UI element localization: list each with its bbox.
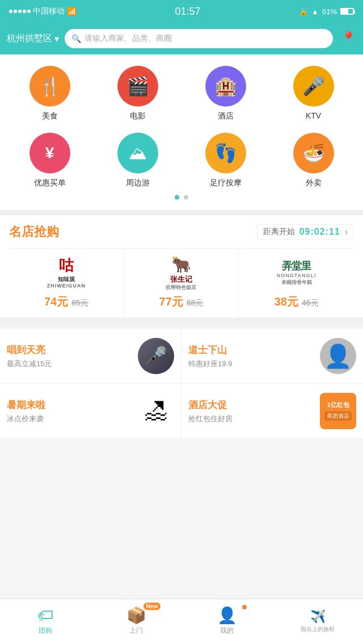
flash-chevron-icon: ›	[345, 227, 348, 237]
promo-title-1: 道士下山	[188, 344, 320, 357]
promo-subtitle-1: 特惠好座19.9	[188, 359, 320, 369]
flash-item-1[interactable]: 咕 知味观 ZHIWEIGUAN 74元 85元	[9, 249, 124, 317]
dot-2	[184, 195, 188, 200]
category-hotel[interactable]: 🏨 酒店	[182, 66, 269, 121]
category-food[interactable]: 🍴 美食	[6, 66, 94, 121]
status-carrier: 中国移动 📶	[9, 6, 77, 16]
flash-items: 咕 知味观 ZHIWEIGUAN 74元 85元 🐂 张生记 杭帮特色饭店	[9, 248, 354, 317]
map-icon: 📍	[341, 31, 356, 45]
flash-sale-title: 名店抢购	[9, 223, 59, 240]
promo-title-0: 唱到天亮	[7, 344, 138, 357]
status-right: 🔒 ▲ 61%	[299, 7, 354, 16]
search-box[interactable]: 🔍 请输入商家、品类、商圈	[65, 29, 333, 48]
shangmen-label: 上门	[129, 626, 143, 635]
promo-img-summer: 🏖	[138, 393, 174, 429]
divider-1	[0, 210, 363, 215]
shangmen-badge: New	[143, 603, 161, 610]
map-button[interactable]: 📍	[341, 31, 356, 46]
divider-2	[0, 317, 363, 323]
flash-item-2[interactable]: 🐂 张生记 杭帮特色饭店 77元 88元	[124, 249, 239, 317]
search-icon: 🔍	[71, 34, 81, 43]
chevron-down-icon: ▾	[54, 33, 59, 44]
food-icon: 🍴	[29, 66, 70, 107]
location-button[interactable]: 杭州拱墅区 ▾	[7, 33, 59, 45]
promo-img-hotel: 1亿红包 美团酒店	[320, 393, 356, 429]
delivery-label: 外卖	[306, 178, 322, 188]
promo-grid: 唱到天亮 最高立减15元 🎤 道士下山 特惠好座19.9 👤 暑期来啦	[0, 329, 363, 439]
flash-item-3[interactable]: 弄堂里 NONGTANGLI 来碗排骨年糕 38元 46元	[239, 249, 354, 317]
promo-hotel[interactable]: 酒店大促 抢红包住好房 1亿红包 美团酒店	[182, 384, 363, 439]
trip-label: 指尖上的旅程	[301, 625, 335, 633]
mine-notification-dot	[242, 605, 247, 609]
original-price-3: 46元	[302, 298, 319, 308]
flash-sale-header: 名店抢购 距离开始 09:02:11 ›	[9, 223, 354, 240]
shangmen-icon: 📦	[126, 608, 146, 624]
flash-logo-1: 咕 知味观 ZHIWEIGUAN	[47, 256, 86, 290]
tab-shangmen[interactable]: 📦 上门 New	[91, 599, 182, 644]
promo-subtitle-3: 抢红包住好房	[188, 414, 320, 424]
deals-label: 优惠买单	[34, 178, 66, 188]
dot-1	[175, 195, 179, 200]
promo-subtitle-0: 最高立减15元	[7, 359, 138, 369]
carrier-label: 中国移动	[33, 6, 65, 16]
ktv-icon: 🎤	[293, 66, 334, 107]
promo-title-3: 酒店大促	[188, 399, 320, 412]
tuangou-label: 团购	[39, 626, 52, 635]
category-nearby[interactable]: ⛰ 周边游	[94, 133, 182, 188]
search-placeholder: 请输入商家、品类、商圈	[85, 33, 172, 44]
promo-subtitle-2: 冰点价来袭	[7, 414, 138, 424]
massage-label: 足疗按摩	[210, 178, 242, 188]
category-massage[interactable]: 👣 足疗按摩	[182, 133, 269, 188]
tab-trip[interactable]: ✈️ 指尖上的旅程	[272, 599, 363, 644]
category-movie[interactable]: 🎬 电影	[94, 66, 182, 121]
category-delivery[interactable]: 🍜 外卖	[269, 133, 357, 188]
nearby-icon: ⛰	[117, 133, 158, 173]
food-label: 美食	[42, 111, 58, 121]
tab-bar: 🏷 团购 📦 上门 New 👤 我的 ✈️ 指尖上的旅程	[0, 599, 363, 644]
movie-label: 电影	[130, 111, 146, 121]
deals-icon: ¥	[29, 133, 70, 173]
promo-title-2: 暑期来啦	[7, 399, 138, 412]
promo-summer[interactable]: 暑期来啦 冰点价来袭 🏖	[0, 384, 182, 439]
battery-bar	[340, 8, 354, 15]
flash-timer-label: 距离开始	[263, 227, 295, 237]
flash-timer-value: 09:02:11	[299, 227, 340, 237]
flash-logo-2: 🐂 张生记 杭帮特色饭店	[166, 256, 196, 290]
promo-karaoke[interactable]: 唱到天亮 最高立减15元 🎤	[0, 329, 182, 384]
tab-mine[interactable]: 👤 我的	[182, 599, 272, 644]
category-ktv[interactable]: 🎤 KTV	[269, 66, 357, 121]
category-deals[interactable]: ¥ 优惠买单	[6, 133, 94, 188]
lock-icon: 🔒	[299, 7, 308, 16]
original-price-2: 88元	[187, 298, 204, 308]
original-price-1: 85元	[71, 298, 88, 308]
current-price-3: 38元	[275, 294, 298, 310]
clock: 01:57	[175, 6, 201, 18]
nearby-label: 周边游	[126, 178, 150, 188]
category-section: 🍴 美食 🎬 电影 🏨 酒店 🎤 KTV ¥ 优惠买单 ⛰ 周边游	[0, 54, 363, 210]
ktv-label: KTV	[306, 111, 321, 120]
current-price-2: 77元	[159, 294, 183, 310]
promo-img-karaoke: 🎤	[138, 338, 174, 374]
flash-logo-3: 弄堂里 NONGTANGLI 来碗排骨年糕	[277, 256, 316, 290]
promo-section: 唱到天亮 最高立减15元 🎤 道士下山 特惠好座19.9 👤 暑期来啦	[0, 329, 363, 439]
nav-icon: ▲	[311, 7, 319, 16]
hotel-label: 酒店	[218, 111, 234, 121]
promo-movie[interactable]: 道士下山 特惠好座19.9 👤	[182, 329, 363, 384]
tuangou-icon: 🏷	[37, 608, 53, 624]
movie-icon: 🎬	[117, 66, 158, 107]
location-text: 杭州拱墅区	[7, 33, 52, 45]
battery-fill	[341, 9, 348, 14]
flash-price-3: 38元 46元	[275, 294, 319, 310]
page-dots	[0, 188, 363, 204]
hotel-icon: 🏨	[205, 66, 246, 107]
flash-timer-box[interactable]: 距离开始 09:02:11 ›	[257, 224, 354, 240]
delivery-icon: 🍜	[293, 133, 334, 173]
flash-price-2: 77元 88元	[159, 294, 204, 310]
tab-tuangou[interactable]: 🏷 团购	[0, 599, 91, 644]
category-grid: 🍴 美食 🎬 电影 🏨 酒店 🎤 KTV ¥ 优惠买单 ⛰ 周边游	[0, 66, 363, 188]
nav-bar: 杭州拱墅区 ▾ 🔍 请输入商家、品类、商圈 📍	[0, 23, 363, 54]
flash-price-1: 74元 85元	[44, 294, 88, 310]
signal-icon	[9, 10, 31, 13]
battery-pct: 61%	[322, 7, 337, 16]
flash-sale-section: 名店抢购 距离开始 09:02:11 › 咕 知味观 ZHIWEIGUAN 74…	[0, 215, 363, 317]
